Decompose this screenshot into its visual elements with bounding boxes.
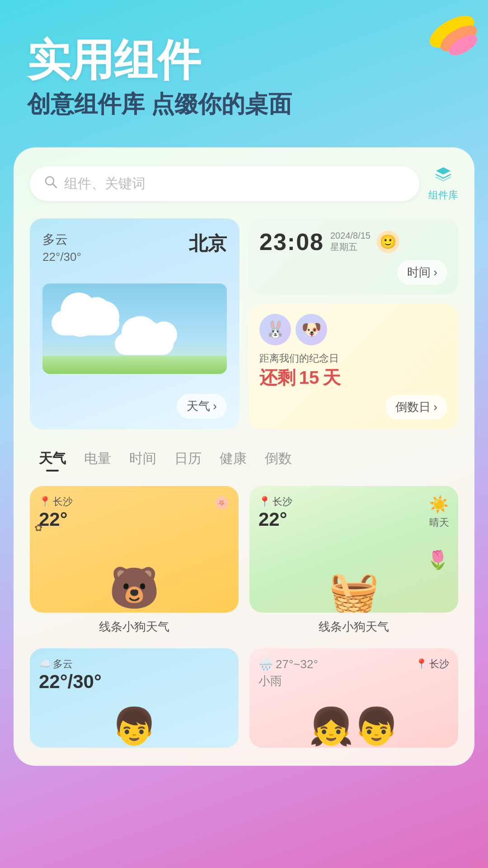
time-tag-label: 时间: [407, 264, 431, 280]
countdown-days-number: 15: [299, 368, 319, 387]
rain-icon: 🌧️: [258, 657, 273, 671]
time-widget-inner: 23:08 2024/8/15 星期五 🙂: [259, 228, 447, 255]
top-widgets-row: 多云 22°/30° 北京 天气 ›: [30, 218, 458, 429]
smiley-face-icon: 🙂: [377, 231, 399, 253]
location-pin-icon: 📍: [39, 496, 51, 508]
tab-time[interactable]: 时间: [120, 446, 165, 472]
crayon-characters: 👧👦: [309, 705, 399, 748]
card-location-1: 📍 长沙: [39, 495, 230, 509]
card-temp-2: 22°: [258, 509, 292, 530]
list-item[interactable]: ☁️ 多云 22°/30° 👦: [30, 648, 239, 748]
weather-bottom-tag: 天气 ›: [42, 394, 227, 419]
search-row: 组件、关键词 组件库: [30, 165, 458, 202]
countdown-days-prefix: 还剩: [259, 368, 296, 387]
dog-basket-character: 🧺: [328, 572, 379, 613]
layers-icon: [434, 165, 452, 186]
flower-icon-2: ✿: [34, 522, 42, 534]
search-icon: [43, 175, 58, 193]
time-date: 2024/8/15: [330, 231, 371, 241]
card-location-4: 📍 长沙: [415, 657, 449, 671]
countdown-days: 还剩 15 天: [259, 365, 447, 390]
weather-city: 北京: [189, 231, 227, 256]
header: 实用组件 创意组件库 点缀你的桌面: [0, 0, 488, 138]
time-widget[interactable]: 23:08 2024/8/15 星期五 🙂 时间 ›: [249, 218, 458, 295]
tulip-icon: 🌷: [427, 549, 449, 571]
location-pin-icon-2: 📍: [258, 496, 271, 508]
avatar-2: 🐶: [296, 314, 327, 345]
countdown-tag-label: 倒数日: [395, 399, 431, 415]
countdown-days-suffix: 天: [323, 368, 341, 387]
widget-library-button[interactable]: 组件库: [428, 165, 458, 202]
card-weather-icon-4: 🌧️ 27°~32°: [258, 657, 318, 671]
card-weather-2: 晴天: [429, 516, 449, 529]
card-condition-3: ☁️ 多云: [39, 657, 230, 671]
card-temp-3: 22°/30°: [39, 671, 230, 693]
sun-icon: ☀️: [429, 495, 449, 514]
weather-temp-range: 22°/30°: [42, 250, 81, 264]
main-card: 组件、关键词 组件库 多云 22°/30° 北京: [14, 147, 474, 766]
widget-card-yellow: 📍 长沙 22° 🌸 ✿ 🐻: [30, 486, 239, 613]
weather-tag-label: 天气: [187, 398, 210, 414]
countdown-text: 距离我们的纪念日: [259, 352, 447, 365]
tab-countdown[interactable]: 倒数: [256, 446, 301, 472]
tab-calendar[interactable]: 日历: [165, 446, 211, 472]
time-date-info: 2024/8/15 星期五: [330, 231, 371, 253]
right-column: 23:08 2024/8/15 星期五 🙂 时间 › 🐰: [249, 218, 458, 429]
search-bar[interactable]: 组件、关键词: [30, 166, 419, 201]
widget-card-pink: 🌧️ 27°~32° 小雨 📍 长沙 👧👦: [249, 648, 458, 748]
page-subtitle: 创意组件库 点缀你的桌面: [27, 89, 461, 120]
search-placeholder: 组件、关键词: [64, 175, 145, 193]
time-tag-button[interactable]: 时间 ›: [397, 260, 447, 285]
countdown-bottom: 倒数日 ›: [259, 395, 447, 420]
widget-card-label-2: 线条小狗天气: [249, 619, 458, 637]
widget-card-label-1: 线条小狗天气: [30, 619, 239, 637]
widget-grid: 📍 长沙 22° 🌸 ✿ 🐻 线条小狗天气 📍 长沙: [30, 486, 458, 748]
time-weekday: 星期五: [330, 241, 371, 253]
cloud-icon: ☁️: [39, 658, 51, 670]
location-pin-icon-4: 📍: [415, 658, 427, 670]
list-item[interactable]: 📍 长沙 22° ☀️ 晴天 🧺 🌷 线条小狗天气: [249, 486, 458, 637]
card-weather-label-4: 小雨: [258, 673, 318, 689]
crayon-character-1: 👦: [112, 705, 157, 748]
list-item[interactable]: 📍 长沙 22° 🌸 ✿ 🐻 线条小狗天气: [30, 486, 239, 637]
time-tag: 时间 ›: [259, 260, 447, 285]
avatar-1: 🐰: [259, 314, 291, 345]
countdown-tag-button[interactable]: 倒数日 ›: [385, 395, 447, 420]
tab-battery[interactable]: 电量: [75, 446, 120, 472]
weather-top: 多云 22°/30° 北京: [42, 231, 227, 264]
countdown-widget[interactable]: 🐰 🐶 距离我们的纪念日 还剩 15 天 倒数日 ›: [249, 304, 458, 429]
weather-condition: 多云: [42, 231, 81, 248]
svg-line-4: [53, 184, 56, 188]
dog-character-1: 🐻: [109, 567, 160, 608]
tab-health[interactable]: 健康: [211, 446, 256, 472]
time-tag-arrow: ›: [433, 265, 437, 279]
weather-tag-button[interactable]: 天气 ›: [177, 394, 227, 419]
card-location-2: 📍 长沙: [258, 495, 292, 509]
time-display: 23:08: [259, 228, 324, 255]
cloud-illustration: [42, 283, 227, 374]
widget-card-blue: ☁️ 多云 22°/30° 👦: [30, 648, 239, 748]
card-temp-1: 22°: [39, 509, 230, 530]
widget-library-label: 组件库: [428, 189, 458, 202]
countdown-tag-arrow: ›: [433, 400, 437, 414]
tab-weather[interactable]: 天气: [30, 446, 75, 472]
flower-icon: 🌸: [214, 495, 230, 510]
category-tabs: 天气 电量 时间 日历 健康 倒数: [30, 446, 458, 472]
weather-widget[interactable]: 多云 22°/30° 北京 天气 ›: [30, 218, 239, 429]
widget-card-green: 📍 长沙 22° ☀️ 晴天 🧺 🌷: [249, 486, 458, 613]
deco-brush-icon: [380, 9, 479, 81]
list-item[interactable]: 🌧️ 27°~32° 小雨 📍 长沙 👧👦: [249, 648, 458, 748]
weather-tag-arrow: ›: [213, 399, 217, 413]
countdown-avatars: 🐰 🐶: [259, 314, 447, 345]
